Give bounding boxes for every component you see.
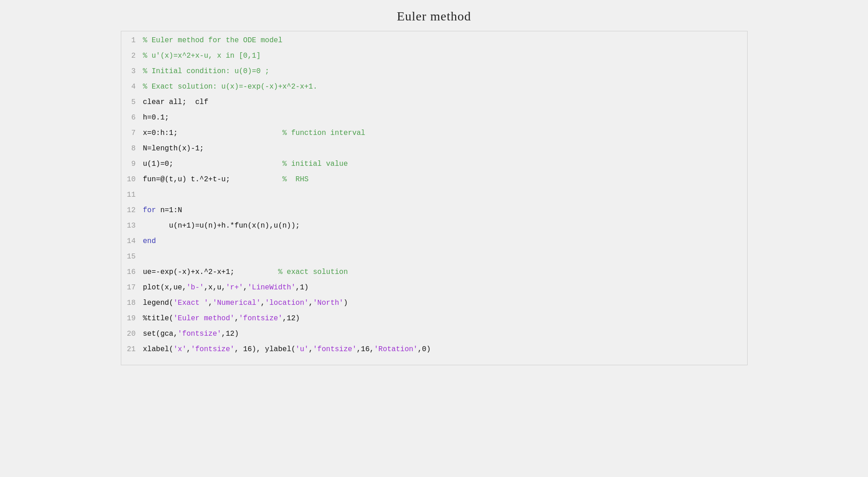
normal-text: h=0.1; (143, 114, 169, 122)
normal-text: set(gca, (143, 330, 178, 338)
normal-text: plot(x,ue, (143, 283, 187, 292)
normal-text: u(1)=0; (143, 160, 283, 168)
string-text: 'Euler method' (174, 314, 234, 323)
table-row: 14end (121, 237, 747, 252)
string-text: 'North' (313, 299, 343, 307)
normal-text: ue=-exp(-x)+x.^2-x+1; (143, 268, 278, 276)
string-text: 'fontsize' (178, 330, 221, 338)
string-text: 'b-' (187, 283, 204, 292)
line-content: %title('Euler method','fontsize',12) (143, 314, 300, 323)
line-number: 6 (121, 114, 143, 122)
line-number: 7 (121, 129, 143, 137)
string-text: 'fontsize' (239, 314, 283, 323)
string-text: 'location' (265, 299, 308, 307)
comment-text: % Initial condition: u(0)=0 ; (143, 67, 269, 75)
normal-text: , 16), ylabel( (234, 345, 295, 353)
table-row: 1% Euler method for the ODE model (121, 36, 747, 51)
line-content: clear all; clf (143, 98, 208, 106)
table-row: 12for n=1:N (121, 206, 747, 221)
line-content: % u'(x)=x^2+x-u, x in [0,1] (143, 52, 261, 60)
normal-text: N=length(x)-1; (143, 144, 204, 153)
table-row: 5clear all; clf (121, 98, 747, 113)
comment-text: % Euler method for the ODE model (143, 36, 283, 45)
line-content: % Exact solution: u(x)=-exp(-x)+x^2-x+1. (143, 83, 317, 91)
normal-text: ,12) (221, 330, 238, 338)
string-text: 'fontsize' (313, 345, 357, 353)
normal-text: ,x,u, (204, 283, 226, 292)
normal-text: legend( (143, 299, 174, 307)
line-content: end (143, 237, 156, 245)
normal-text: u(n+1)=u(n)+h.*fun(x(n),u(n)); (143, 222, 300, 230)
line-number: 18 (121, 299, 143, 307)
string-text: 'Numerical' (213, 299, 261, 307)
string-text: 'x' (174, 345, 187, 353)
line-content: set(gca,'fontsize',12) (143, 330, 239, 338)
line-number: 3 (121, 67, 143, 75)
line-content: for n=1:N (143, 206, 182, 214)
line-content: fun=@(t,u) t.^2+t-u; % RHS (143, 175, 309, 184)
line-number: 13 (121, 222, 143, 230)
normal-text: , (187, 345, 191, 353)
table-row: 6h=0.1; (121, 113, 747, 129)
table-row: 11 (121, 190, 747, 206)
table-row: 20set(gca,'fontsize',12) (121, 329, 747, 345)
table-row: 10fun=@(t,u) t.^2+t-u; % RHS (121, 175, 747, 190)
normal-text: fun=@(t,u) t.^2+t-u; (143, 175, 283, 184)
line-content: N=length(x)-1; (143, 144, 204, 153)
line-number: 19 (121, 314, 143, 323)
line-number: 21 (121, 345, 143, 353)
comment-text: % function interval (283, 129, 365, 137)
comment-text: % Exact solution: u(x)=-exp(-x)+x^2-x+1. (143, 83, 317, 91)
line-number: 2 (121, 52, 143, 60)
table-row: 4% Exact solution: u(x)=-exp(-x)+x^2-x+1… (121, 82, 747, 98)
normal-text: xlabel( (143, 345, 174, 353)
table-row: 15 (121, 252, 747, 268)
table-row: 9u(1)=0; % initial value (121, 159, 747, 175)
line-content: % Euler method for the ODE model (143, 36, 283, 45)
keyword-text: for (143, 206, 156, 214)
line-number: 10 (121, 175, 143, 184)
code-block: 1% Euler method for the ODE model2% u'(x… (121, 31, 748, 365)
line-number: 4 (121, 83, 143, 91)
normal-text: , (308, 299, 313, 307)
line-content: xlabel('x','fontsize', 16), ylabel('u','… (143, 345, 431, 353)
table-row: 8N=length(x)-1; (121, 144, 747, 159)
normal-text: , (308, 345, 313, 353)
normal-text: n=1:N (156, 206, 182, 214)
line-number: 14 (121, 237, 143, 245)
table-row: 3% Initial condition: u(0)=0 ; (121, 67, 747, 82)
table-row: 2% u'(x)=x^2+x-u, x in [0,1] (121, 51, 747, 67)
comment-text: % exact solution (278, 268, 348, 276)
line-number: 12 (121, 206, 143, 214)
string-text: 'Rotation' (374, 345, 417, 353)
line-content: x=0:h:1; % function interval (143, 129, 366, 137)
normal-text: , (261, 299, 265, 307)
line-content: ue=-exp(-x)+x.^2-x+1; % exact solution (143, 268, 348, 276)
table-row: 19%title('Euler method','fontsize',12) (121, 314, 747, 329)
table-row: 16ue=-exp(-x)+x.^2-x+1; % exact solution (121, 268, 747, 283)
normal-text: ,0) (417, 345, 431, 353)
table-row: 13 u(n+1)=u(n)+h.*fun(x(n),u(n)); (121, 221, 747, 237)
string-text: 'u' (296, 345, 309, 353)
line-content: u(1)=0; % initial value (143, 160, 348, 168)
table-row: 21xlabel('x','fontsize', 16), ylabel('u'… (121, 345, 747, 360)
comment-text: % RHS (283, 175, 309, 184)
line-number: 8 (121, 144, 143, 153)
line-number: 9 (121, 160, 143, 168)
string-text: 'LineWidth' (248, 283, 296, 292)
string-text: 'Exact ' (174, 299, 208, 307)
table-row: 17plot(x,ue,'b-',x,u,'r+','LineWidth',1) (121, 283, 747, 298)
table-row: 18legend('Exact ','Numerical','location'… (121, 298, 747, 314)
line-number: 15 (121, 253, 143, 261)
line-number: 11 (121, 191, 143, 199)
normal-text: ,16, (357, 345, 374, 353)
normal-text: clear all; clf (143, 98, 208, 106)
normal-text: , (234, 314, 239, 323)
normal-text: ) (343, 299, 348, 307)
line-number: 16 (121, 268, 143, 276)
comment-text: % u'(x)=x^2+x-u, x in [0,1] (143, 52, 261, 60)
string-text: 'r+' (226, 283, 243, 292)
normal-text: x=0:h:1; (143, 129, 283, 137)
line-number: 17 (121, 283, 143, 292)
line-number: 1 (121, 36, 143, 45)
